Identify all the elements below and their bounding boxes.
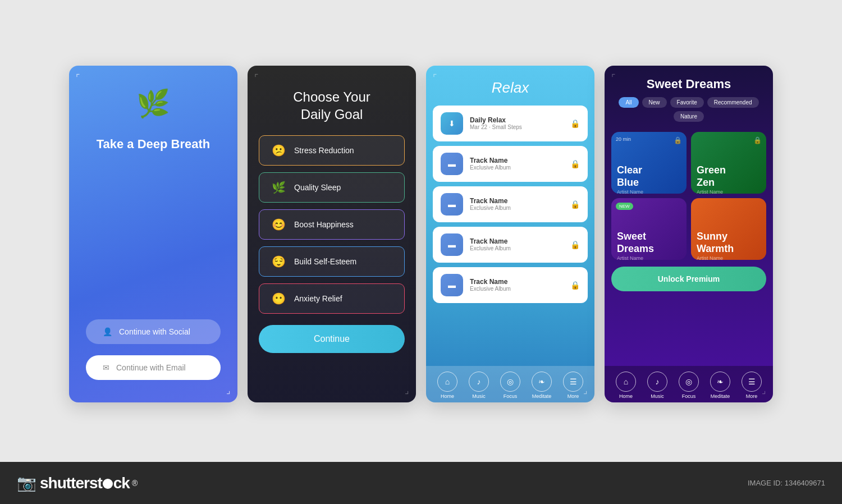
goal-title: Choose YourDaily Goal: [293, 88, 370, 123]
track-card-4[interactable]: ▬ Track Name Exclusive Album 🔒: [433, 267, 588, 303]
lock-icon-daily: 🔒: [570, 119, 580, 128]
nav-music-relax[interactable]: ♪ Music: [469, 372, 489, 399]
track-sub-2: Exclusive Album: [470, 205, 564, 211]
music-icon-dreams: ♪: [647, 372, 667, 392]
corner-bracket-br2: ⌟: [405, 385, 409, 396]
dream-card-sweet-dreams[interactable]: NEW SweetDreams Artist Name: [611, 198, 687, 260]
esteem-icon: 😌: [271, 255, 286, 268]
dream-card-sunny-warmth[interactable]: SunnyWarmth Artist Name: [691, 198, 766, 260]
track-daily-relax[interactable]: ⬇ Daily Relax Mar 22 · Small Steps 🔒: [433, 106, 588, 141]
unlock-premium-button[interactable]: Unlock Premium: [611, 267, 766, 291]
nav-home-dreams[interactable]: ⌂ Home: [616, 372, 636, 399]
boost-happiness-btn[interactable]: 😊 Boost Happiness: [259, 209, 405, 240]
tab-nature[interactable]: Nature: [674, 111, 704, 122]
tab-recommended[interactable]: Recommended: [707, 97, 759, 108]
focus-label-relax: Focus: [504, 393, 518, 399]
lock-icon-1: 🔒: [570, 159, 580, 168]
track-info-daily: Daily Relax Mar 22 · Small Steps: [470, 116, 564, 130]
stress-icon: 😕: [271, 144, 286, 157]
nav-meditate-relax[interactable]: ❧ Meditate: [532, 372, 552, 399]
home-label-relax: Home: [441, 393, 454, 399]
more-icon-dreams: ☰: [742, 372, 762, 392]
more-label-dreams: More: [746, 393, 758, 399]
nav-focus-dreams[interactable]: ◎ Focus: [679, 372, 699, 399]
tab-favorite[interactable]: Favorite: [670, 97, 704, 108]
meditate-label-dreams: Meditate: [711, 393, 730, 399]
lock-icon-3: 🔒: [570, 240, 580, 249]
stress-reduction-btn[interactable]: 😕 Stress Reduction: [259, 135, 405, 166]
tab-new[interactable]: New: [642, 97, 667, 108]
dream-card-clear-blue[interactable]: 20 min 🔒 ClearBlue Artist Name: [611, 132, 687, 194]
email-login-button[interactable]: ✉ Continue with Email: [86, 355, 221, 380]
home-icon-relax: ⌂: [437, 372, 457, 392]
image-id: IMAGE ID: 1346409671: [748, 479, 825, 487]
sunny-warmth-artist: Artist Name: [697, 255, 723, 260]
corner-bracket-br4: ⌟: [762, 385, 766, 396]
track-sub-3: Exclusive Album: [470, 245, 564, 251]
anxiety-icon: 😶: [271, 292, 286, 305]
quality-sleep-btn[interactable]: 🌿 Quality Sleep: [259, 172, 405, 203]
corner-bracket-tl4: ⌜: [611, 72, 616, 83]
camera-icon: 📷: [17, 474, 36, 492]
nav-focus-relax[interactable]: ◎ Focus: [500, 372, 520, 399]
nav-more-dreams[interactable]: ☰ More: [742, 372, 762, 399]
track-name-2: Track Name: [470, 197, 564, 205]
happiness-icon: 😊: [271, 218, 286, 231]
focus-icon-dreams: ◎: [679, 372, 699, 392]
dreams-nav: ⌂ Home ♪ Music ◎ Focus ❧ Meditate ☰ More: [605, 366, 773, 402]
nav-meditate-dreams[interactable]: ❧ Meditate: [710, 372, 730, 399]
sleep-label: Quality Sleep: [294, 183, 341, 192]
music-label-relax: Music: [472, 393, 486, 399]
screen-relax: ⌜ Relax ⬇ Daily Relax Mar 22 · Small Ste…: [426, 66, 594, 402]
track-sub-4: Exclusive Album: [470, 286, 564, 292]
anxiety-relief-btn[interactable]: 😶 Anxiety Relief: [259, 283, 405, 314]
build-esteem-btn[interactable]: 😌 Build Self-Esteem: [259, 246, 405, 277]
sweet-dreams-title: SweetDreams: [617, 231, 654, 255]
track-card-1[interactable]: ▬ Track Name Exclusive Album 🔒: [433, 146, 588, 182]
stress-label: Stress Reduction: [294, 146, 354, 155]
corner-bracket-tl3: ⌜: [433, 72, 437, 83]
sunny-warmth-title: SunnyWarmth: [697, 231, 734, 255]
track-name-1: Track Name: [470, 157, 564, 164]
social-btn-label: Continue with Social: [119, 327, 190, 336]
relax-title: Relax: [437, 79, 583, 97]
lock-icon-2: 🔒: [570, 200, 580, 209]
nav-more-relax[interactable]: ☰ More: [563, 372, 583, 399]
track-name-3: Track Name: [470, 237, 564, 245]
more-icon-relax: ☰: [563, 372, 583, 392]
green-zen-artist: Artist Name: [697, 189, 723, 194]
corner-bracket-tl: ⌜: [76, 72, 80, 83]
dream-card-green-zen[interactable]: 🔒 GreenZen Artist Name: [691, 132, 766, 194]
track-card-3[interactable]: ▬ Track Name Exclusive Album 🔒: [433, 227, 588, 263]
corner-bracket-br: ⌟: [226, 385, 231, 396]
focus-icon-relax: ◎: [500, 372, 520, 392]
dreams-title: Sweet Dreams: [614, 77, 764, 91]
corner-bracket-tl2: ⌜: [254, 72, 259, 83]
sweet-dreams-badge: NEW: [616, 203, 633, 210]
login-title: Take a Deep Breath: [97, 136, 210, 153]
relax-tracks: ⬇ Daily Relax Mar 22 · Small Steps 🔒 ▬ T…: [426, 106, 594, 361]
relax-header: Relax: [426, 66, 594, 106]
track-info-4: Track Name Exclusive Album: [470, 278, 564, 292]
nav-home-relax[interactable]: ⌂ Home: [437, 372, 457, 399]
dreams-tabs: All New Favorite Recommended Nature: [614, 97, 764, 122]
dreams-header: Sweet Dreams All New Favorite Recommende…: [605, 66, 773, 127]
track-info-2: Track Name Exclusive Album: [470, 197, 564, 211]
sweet-dreams-artist: Artist Name: [617, 255, 643, 260]
tab-all[interactable]: All: [619, 97, 638, 108]
track-name-4: Track Name: [470, 278, 564, 286]
continue-button[interactable]: Continue: [259, 325, 405, 353]
nav-music-dreams[interactable]: ♪ Music: [647, 372, 667, 399]
unlock-label: Unlock Premium: [658, 274, 720, 283]
screen-dreams: ⌜ Sweet Dreams All New Favorite Recommen…: [605, 66, 773, 402]
focus-label-dreams: Focus: [682, 393, 696, 399]
corner-bracket-br3: ⌟: [583, 385, 588, 396]
happiness-label: Boost Happiness: [294, 220, 354, 229]
social-login-button[interactable]: 👤 Continue with Social: [86, 319, 221, 344]
track-card-2[interactable]: ▬ Track Name Exclusive Album 🔒: [433, 186, 588, 222]
sleep-icon: 🌿: [271, 181, 286, 194]
logo-registered: ®: [132, 479, 138, 488]
track-name-daily: Daily Relax: [470, 116, 564, 124]
track-info-3: Track Name Exclusive Album: [470, 237, 564, 251]
track-thumb-3: ▬: [441, 233, 463, 256]
